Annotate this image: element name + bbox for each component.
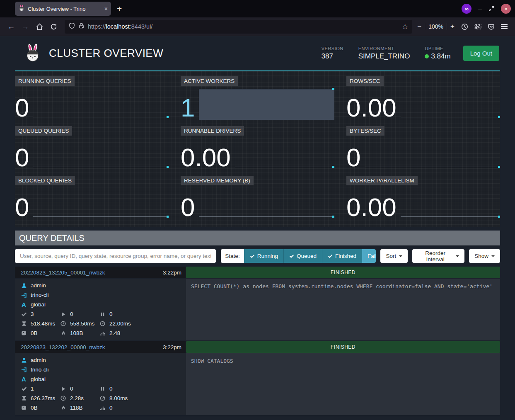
query-id-link[interactable]: 20220823_132202_00000_nwbzk [21,344,105,350]
elapsed-time: 558.50ms [70,320,94,327]
parallelism: 0 [109,405,113,411]
browser-tab[interactable]: Cluster Overview - Trino × [15,2,111,16]
zoom-level[interactable]: 100% [428,23,443,30]
tab-favicon-bunny-icon [18,5,25,13]
metric-card-blocked-queries: BLOCKED QUERIES 0 [15,174,169,221]
query-id-link[interactable]: 20220823_132205_00001_nwbzk [21,269,105,276]
page-title: CLUSTER OVERVIEW [49,47,322,60]
environment-value: SIMPLE_TRINO [358,52,410,61]
running-splits: 0 [70,311,73,317]
window-close-button[interactable]: × [501,4,511,14]
trino-bunny-logo-icon [24,43,41,64]
caret-down-icon [399,255,402,257]
reload-icon[interactable] [47,20,60,33]
tab-close-icon[interactable]: × [104,6,108,12]
running-splits-icon [60,311,66,317]
elapsed-time: 2.28s [70,395,84,401]
browser-tab-strip: Cluster Overview - Trino × + ∞ – × [0,0,515,17]
metric-label: ACTIVE WORKERS [181,76,238,86]
metric-label: BLOCKED QUERIES [15,176,75,185]
screenshot-scissors-icon[interactable] [472,21,484,32]
query-search-input[interactable] [15,249,216,263]
menu-hamburger-icon[interactable] [498,21,510,32]
cpu-time: 22.00ms [109,320,131,327]
query-sql-panel: SHOW CATALOGS [186,353,500,415]
completed-splits-icon [21,386,27,392]
metric-card-worker-parallelism: WORKER PARALLELISM 0.00 [346,174,500,221]
window-minimize-button[interactable]: – [478,5,482,12]
reorder-interval-dropdown[interactable]: Reorder Interval [412,249,464,263]
query-sql-panel: SELECT COUNT(*) as nodes FROM system.run… [186,279,500,340]
completed-splits: 1 [31,386,34,392]
elapsed-time-clock-icon [60,395,66,401]
metric-label: RUNNABLE DRIVERS [181,126,244,136]
zoom-out-icon[interactable]: − [417,22,421,31]
parallelism-stats-icon [99,405,106,411]
source-login-icon [21,367,27,373]
metric-label: QUEUED QUERIES [15,126,72,136]
history-clock-icon[interactable] [459,21,470,32]
query-details-header: QUERY DETAILS [15,231,500,245]
tracking-shield-icon[interactable] [69,22,75,31]
home-icon[interactable] [33,20,46,33]
metric-label: WORKER PARALLELISM [346,176,418,185]
cpu-time-gauge-icon [99,395,106,401]
check-icon [289,254,294,258]
tab-title: Cluster Overview - Trino [28,6,102,12]
app-header: CLUSTER OVERVIEW VERSION 387 ENVIRONMENT… [15,36,500,71]
logout-button[interactable]: Log Out [463,46,499,61]
query-time: 3:22pm [163,269,181,276]
new-tab-button[interactable]: + [117,4,122,14]
metric-label: BYTES/SEC [346,126,384,136]
query-sql-text: SHOW CATALOGS [191,358,233,364]
bookmark-star-icon[interactable]: ☆ [402,22,408,31]
state-filter-running[interactable]: Running [244,249,283,263]
metric-card-rows-sec: ROWS/SEC 0.00 [346,75,500,121]
current-memory-scale-icon [21,405,27,411]
state-filter-finished[interactable]: Finished [322,249,362,263]
query-details-toolbar: State: Running Queued Finished Failed So… [15,249,500,263]
environment-label: ENVIRONMENT [358,46,410,51]
parallelism-stats-icon [99,330,106,336]
pocket-icon[interactable] [485,21,497,32]
query-time: 3:22pm [163,344,181,350]
lock-warning-icon[interactable] [78,22,85,31]
state-filter-failed-dropdown[interactable]: Failed [362,249,376,263]
metric-card-bytes-sec: BYTES/SEC 0 [346,124,500,171]
current-memory-scale-icon [21,330,27,336]
metric-card-queued-queries: QUEUED QUERIES 0 [15,124,169,171]
queued-splits-icon [99,311,106,317]
metric-value: 0.00 [346,195,397,221]
metrics-grid: RUNNING QUERIES 0 ACTIVE WORKERS 1 ROWS/… [15,71,500,227]
metric-value: 0 [15,195,29,221]
resource-group-icon: A [21,301,27,308]
url-bar[interactable]: https://localhost:8443/ui/ ☆ [65,20,412,34]
query-user: admin [31,282,46,289]
metric-value: 0.00 [181,146,231,171]
state-filter-queued[interactable]: Queued [283,249,322,263]
metric-label: RUNNING QUERIES [15,76,75,86]
query-resource-group: global [31,301,46,308]
query-list-bottom-divider [15,416,500,416]
metric-card-active-workers: ACTIVE WORKERS 1 [181,75,334,121]
queued-splits: 0 [109,311,113,317]
back-icon[interactable]: ← [5,20,17,33]
cumulative-memory-fire-icon [60,405,66,411]
url-text[interactable]: https://localhost:8443/ui/ [88,23,399,30]
metric-value: 0 [181,195,195,221]
sort-dropdown[interactable]: Sort [380,249,408,263]
window-maximize-button[interactable] [488,6,494,12]
query-status-badge: FINISHED [186,267,500,278]
queued-splits-icon [99,386,106,392]
cumulative-memory-fire-icon [60,330,66,336]
zoom-in-icon[interactable]: + [450,22,455,31]
current-memory: 0B [31,330,38,336]
completed-splits: 3 [31,311,34,317]
show-dropdown[interactable]: Show [469,249,500,263]
uptime-status-dot [425,54,429,58]
running-splits-icon [60,386,66,392]
check-icon [250,254,254,258]
query-user: admin [31,357,46,363]
current-memory: 0B [31,405,38,411]
metric-card-running-queries: RUNNING QUERIES 0 [15,75,169,121]
